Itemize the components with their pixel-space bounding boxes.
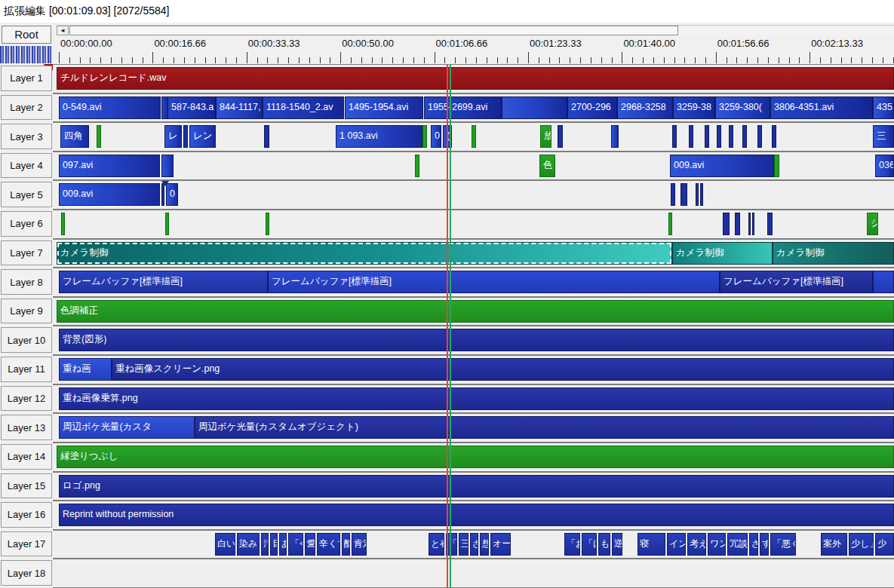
horizontal-scrollbar[interactable]: ◄	[57, 25, 894, 36]
timeline-clip[interactable]: 097.avi	[59, 155, 160, 177]
layer-button[interactable]: Layer 8	[1, 269, 52, 295]
timeline-clip[interactable]: シ	[867, 213, 878, 235]
timeline-clip[interactable]	[668, 213, 672, 235]
timeline-clip[interactable]	[705, 125, 709, 148]
timeline-clip[interactable]: 四角	[60, 125, 89, 148]
timeline-clip[interactable]	[700, 183, 703, 206]
timeline-clip[interactable]: レ	[164, 125, 182, 148]
timeline-clip[interactable]	[161, 183, 164, 206]
timeline-clip[interactable]	[752, 213, 754, 235]
timeline-clip[interactable]: 3259-380(	[715, 96, 770, 119]
layer-button[interactable]: Layer 5	[1, 182, 52, 207]
timeline-clip[interactable]: 逆	[612, 533, 622, 556]
timeline-clip[interactable]: 考え	[687, 533, 706, 556]
timeline-clip[interactable]	[415, 155, 419, 177]
layer-button[interactable]: Layer 1	[1, 66, 52, 91]
timeline-clip[interactable]: 少゠	[875, 533, 894, 556]
timeline-clip[interactable]: 2700-296	[567, 96, 617, 119]
layer-button[interactable]: Layer 17	[1, 531, 52, 557]
timeline-clip[interactable]	[735, 213, 740, 235]
timeline-clip[interactable]: 3806-4351.avi	[770, 96, 873, 119]
timeline-clip[interactable]: 放	[540, 125, 551, 148]
timeline-clip[interactable]	[729, 125, 733, 148]
timeline-clip[interactable]: カメラ制御	[57, 242, 672, 265]
scrollbar-thumb[interactable]	[69, 26, 678, 35]
layer-button[interactable]: Layer 16	[1, 502, 52, 528]
timeline-clip[interactable]: 009.avi	[670, 155, 774, 177]
timeline-clip[interactable]: 3259-38	[673, 96, 715, 119]
timeline-clip[interactable]: 「今	[288, 533, 303, 556]
timeline-clip[interactable]	[873, 271, 894, 293]
timeline-clip[interactable]: 染み	[237, 533, 260, 556]
timeline-clip[interactable]: と春	[429, 533, 444, 556]
timeline-clip[interactable]: 0-549.avi	[59, 96, 161, 119]
timeline-clip[interactable]: フレームバッファ[標準描画]	[720, 271, 873, 293]
timeline-clip[interactable]: 背景(図形)	[59, 329, 894, 351]
layer-button[interactable]: Layer 9	[1, 299, 52, 324]
timeline-clip[interactable]: 少し」	[849, 533, 874, 556]
timeline-clip[interactable]	[742, 125, 747, 148]
playhead-cursor-line[interactable]	[447, 64, 448, 588]
timeline-lane[interactable]	[53, 559, 894, 588]
layer-button[interactable]: Layer 3	[1, 124, 52, 149]
layer-button[interactable]: Layer 15	[1, 473, 52, 499]
timeline-clip[interactable]	[689, 125, 693, 148]
timeline-clip[interactable]: 587-843.a	[167, 96, 216, 119]
timeline-clip[interactable]: フレームバッファ[標準描画]	[268, 271, 720, 293]
layer-button[interactable]: Layer 4	[1, 153, 52, 179]
scrollbar-left-arrow-icon[interactable]: ◄	[57, 26, 69, 35]
timeline-clip[interactable]: 愛	[305, 533, 315, 556]
timeline-clip[interactable]: 1118-1540_2.av	[263, 96, 344, 119]
timeline-clip[interactable]	[264, 125, 269, 148]
timeline-clip[interactable]: 1955-2699.avi	[424, 96, 502, 119]
layer-button[interactable]: Layer 7	[1, 240, 52, 266]
timeline-clip[interactable]	[757, 125, 762, 148]
timeline-clip[interactable]: 009.avi	[59, 183, 160, 206]
timeline-clip[interactable]: 色	[539, 155, 555, 177]
timeline-clip[interactable]: チルドレンレコード.wav	[57, 67, 894, 90]
timeline-clip[interactable]	[611, 125, 619, 148]
timeline-clip[interactable]: 案外	[821, 533, 847, 556]
timeline-clip[interactable]	[502, 96, 567, 119]
timeline-clip[interactable]: 周辺ボケ光量(カスタムオブジェクト)	[195, 416, 894, 439]
timeline-clip[interactable]: 想	[480, 533, 489, 556]
layer-button[interactable]: Layer 6	[1, 211, 52, 237]
timeline-clip[interactable]: Reprint without permission	[59, 504, 894, 526]
timeline-clip[interactable]: 1495-1954.avi	[345, 96, 423, 119]
layer-button[interactable]: Layer 14	[1, 444, 52, 470]
timeline-clip[interactable]: フレームバッファ[標準描画]	[59, 271, 268, 293]
timeline-clip[interactable]: さ	[749, 533, 758, 556]
time-ruler-ticks[interactable]	[0, 50, 894, 64]
timeline-clip[interactable]: 酷	[342, 533, 350, 556]
layer-button[interactable]: Layer 12	[1, 386, 52, 412]
timeline-clip[interactable]	[723, 213, 730, 235]
timeline-clip[interactable]	[772, 125, 776, 148]
layer-button[interactable]: Layer 11	[1, 357, 52, 382]
timeline-clip[interactable]: 2968-3258	[617, 96, 673, 119]
timeline-clip[interactable]	[671, 183, 675, 206]
timeline-clip[interactable]: レン	[189, 125, 216, 148]
timeline-clip[interactable]: 重ね画像スクリーン.png	[112, 358, 894, 381]
timeline-clip[interactable]: 重ね画像乗算.png	[59, 387, 894, 410]
timeline-clip[interactable]: カメラ制御	[773, 242, 894, 265]
timeline-clip[interactable]: 「お判	[564, 533, 580, 556]
timeline-clip[interactable]	[748, 213, 751, 235]
timeline-clip[interactable]: ロゴ.png	[59, 475, 894, 498]
timeline-clip[interactable]: す	[760, 533, 769, 556]
timeline-clip[interactable]	[767, 213, 773, 235]
timeline-clip[interactable]: 重ね画	[59, 358, 112, 381]
layer-button[interactable]: Layer 10	[1, 327, 52, 353]
timeline-clip[interactable]: 三	[459, 533, 469, 556]
timeline-clip[interactable]: オー	[490, 533, 511, 556]
timeline-clip[interactable]: さ	[470, 533, 478, 556]
layer-button[interactable]: Layer 18	[1, 560, 52, 586]
timeline-clip[interactable]: 辛くて、	[317, 533, 340, 556]
timeline-clip[interactable]: 肯定	[352, 533, 367, 556]
timeline-clip[interactable]: カメラ制御	[672, 242, 773, 265]
timeline-clip[interactable]	[165, 213, 169, 235]
timeline-clip[interactable]: ワン:	[708, 533, 726, 556]
timeline-clip[interactable]: 「悪く	[770, 533, 796, 556]
timeline-clip[interactable]: も「こ	[598, 533, 610, 556]
timeline-clip[interactable]: 寝	[637, 533, 665, 556]
timeline-clip[interactable]	[672, 125, 677, 148]
